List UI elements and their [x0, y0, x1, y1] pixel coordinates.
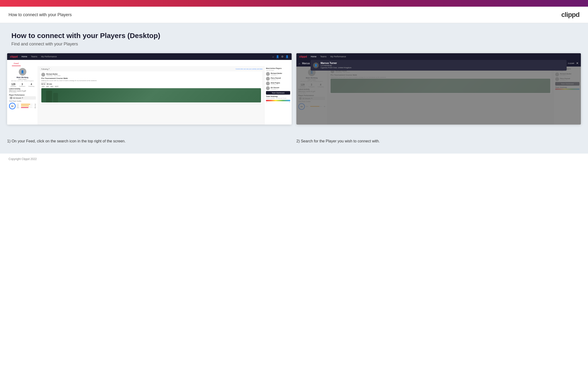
tag-putt: PUTT	[54, 86, 59, 87]
step-1-text: 1) On your Feed, click on the search ico…	[7, 137, 292, 144]
nav-teams[interactable]: Teams	[31, 55, 37, 58]
search-result-dropdown: 👤 Marcus Turner 1.5 Handicap Cypress Poi…	[311, 60, 567, 71]
player-avatar-2	[266, 77, 270, 81]
player-acts-3: Activities: 3	[271, 84, 280, 85]
latest-activity-text: Afternoon round of golf	[9, 90, 36, 92]
screenshots-section: clippd Home Teams My Performance ⌕ 👤 ⚙ 👤…	[0, 53, 588, 132]
activities-label: Activities	[10, 86, 16, 87]
player-list-item-2: Piers Parnell Activities: 4	[266, 77, 290, 81]
player-avatar-1	[266, 72, 270, 76]
copyright: Copyright Clippd 2022	[9, 157, 37, 161]
ott-bar-bg	[21, 104, 33, 105]
page-title: How to connect with your Players	[9, 12, 72, 17]
post-image	[41, 88, 261, 102]
app-body-1: 👤 Blair McHarg Golf Coach Mill Ride Golf…	[7, 66, 292, 125]
control-link[interactable]: Control who can see your activity and da…	[236, 68, 263, 70]
arg-num: 65	[33, 107, 36, 108]
app-right-panel: Most Active Players Last 30 days Richard…	[264, 66, 292, 125]
nav-my-performance[interactable]: My Performance	[41, 55, 57, 58]
player-name-1: Richard Butler	[271, 73, 282, 74]
step-2-text: 2) Search for the Player you wish to con…	[296, 137, 581, 144]
nav-home-2[interactable]: Home	[311, 55, 316, 58]
arg-bar-fill	[21, 107, 28, 108]
quality-label: Total Player Quality	[9, 100, 36, 102]
quality-bars: OTT 79 APP 70	[17, 104, 36, 109]
following-count: 4	[28, 83, 34, 86]
followers-label: Followers	[19, 86, 26, 87]
quality-row-ott: OTT 79	[17, 104, 36, 105]
app-tag: APP	[17, 105, 20, 107]
following-label: Following	[28, 86, 34, 87]
search-result-name[interactable]: Marcus Turner	[321, 62, 351, 64]
post-author-name: Richard Butler	[46, 73, 61, 75]
app-mockup-1: clippd Home Teams My Performance ⌕ 👤 ⚙ 👤…	[7, 53, 292, 125]
feed-tab[interactable]: Feed	[12, 61, 21, 66]
heatmap-label-neg: -5	[266, 101, 267, 103]
step-2-container: 2) Search for the Player you wish to con…	[296, 137, 581, 144]
post-figure-2	[53, 93, 58, 102]
team-dashboard-btn[interactable]: Team Dashboard	[266, 91, 290, 95]
app-bar-fill	[21, 106, 29, 106]
player-avatar-4	[266, 86, 270, 90]
logo-text: clippd	[562, 11, 579, 18]
player-list-item-3: Hiral Pujara Activities: 3	[266, 82, 290, 85]
ott-bar-fill	[21, 104, 30, 105]
app-middle-panel: Following ▾ Control who can see your act…	[38, 66, 264, 125]
nav-my-perf-2[interactable]: My Performance	[330, 55, 346, 58]
logo: clippd	[562, 11, 579, 18]
following-label: Following	[41, 68, 48, 70]
player-select-avatar	[10, 97, 12, 99]
search-icon[interactable]: ⌕	[272, 55, 274, 58]
post-header: Richard Butler Yesterday · The Grove	[41, 73, 261, 77]
nav-home[interactable]: Home	[21, 55, 27, 58]
following-chevron: ▾	[49, 68, 50, 70]
tag-arg: ARG	[50, 86, 54, 87]
header: How to connect with your Players clippd	[0, 7, 588, 23]
quality-circle: 84	[9, 103, 16, 109]
post-figure-1	[46, 91, 52, 102]
heatmap-labels: -5 +5	[266, 101, 290, 103]
team-heatmap-title: Team Heatmap	[266, 96, 290, 97]
step-1-container: 1) On your Feed, click on the search ico…	[7, 137, 292, 144]
search-result-avatar: 👤	[313, 63, 319, 68]
player-list-item-1: Richard Butler Activities: 7	[266, 72, 290, 76]
following-btn[interactable]: Following ▾	[40, 67, 51, 70]
post-author-info: Richard Butler Yesterday · The Grove	[46, 73, 61, 76]
arg-tag: ARG	[17, 107, 20, 108]
search-icon-2[interactable]: ⌕	[299, 62, 300, 65]
profile-stats: 129 Activities 3 Followers 4 Following	[9, 83, 36, 87]
team-heatmap-sub: Player Quality · 20 Round Trend	[266, 97, 290, 99]
close-icon[interactable]: ✕	[576, 62, 579, 65]
nav-teams-2[interactable]: Teams	[320, 55, 326, 58]
latest-activity-date: 27 Jul 2022	[9, 92, 36, 93]
player-info-1: Richard Butler Activities: 7	[271, 73, 282, 76]
quality-score: 84	[11, 105, 14, 107]
app-logo-2: clippd	[299, 55, 307, 58]
post-tags: OTT APP ARG PUTT	[41, 86, 261, 87]
player-avatar-3	[266, 82, 270, 85]
app-num: 70	[33, 105, 36, 107]
following-bar: Following ▾ Control who can see your act…	[40, 67, 263, 70]
footer: Copyright Clippd 2022	[0, 154, 588, 165]
activities-count: 129	[10, 83, 16, 86]
app-nav-1: clippd Home Teams My Performance ⌕ 👤 ⚙ 👤	[7, 53, 292, 60]
most-active-title: Most Active Players	[266, 67, 290, 69]
post-source: Yesterday · The Grove	[46, 75, 61, 76]
avatar-icon[interactable]: 👤	[285, 55, 289, 58]
hero-subtitle: Find and connect with your Players	[11, 42, 577, 46]
most-active-sub: Last 30 days	[266, 70, 290, 71]
player-select[interactable]: Eli Vincent ▾	[9, 96, 36, 100]
player-select-name: Eli Vincent	[13, 97, 21, 99]
hero-title: How to connect with your Players (Deskto…	[11, 32, 577, 40]
user-icon[interactable]: 👤	[276, 55, 279, 58]
clear-button[interactable]: CLEAR	[568, 62, 574, 64]
dropdown-icon: ▾	[22, 97, 23, 99]
tag-ott: OTT	[41, 86, 45, 87]
stat-activities: 129 Activities	[10, 83, 16, 87]
search-result-club: Cypress Point Club, United Kingdom	[321, 66, 351, 69]
settings-icon[interactable]: ⚙	[281, 55, 284, 58]
profile-role: Golf Coach	[9, 78, 36, 80]
app-nav-icons: ⌕ 👤 ⚙ 👤	[272, 55, 289, 58]
search-result-handicap: 1.5 Handicap	[321, 64, 351, 66]
profile-avatar: 👤	[19, 68, 26, 76]
